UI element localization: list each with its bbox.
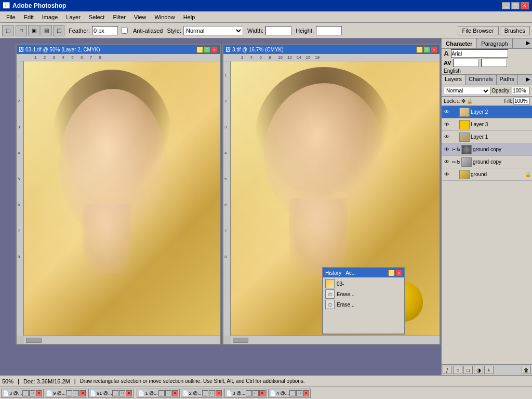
font-size-input[interactable] (453, 59, 479, 67)
options-rect3[interactable]: ▤ (41, 25, 52, 36)
height-input[interactable] (316, 26, 342, 35)
menu-view[interactable]: View (130, 13, 151, 21)
add-mask-btn[interactable]: ○ (453, 366, 462, 374)
layer3-eye[interactable]: 👁 (443, 121, 451, 129)
taskbar-item-3[interactable]: 📄 91 @... _ □ × (88, 389, 134, 398)
history-close[interactable]: × (395, 270, 402, 276)
taskbar-max-4[interactable]: □ (165, 390, 171, 396)
taskbar-max-3[interactable]: □ (119, 390, 125, 396)
doc1-titlebar[interactable]: 🖼 03-1.tif @ 50% (Layer 2, CMYK) _ □ × (17, 45, 220, 54)
font-family-input[interactable] (451, 49, 508, 58)
taskbar-close-6[interactable]: × (259, 390, 265, 396)
layer-item-layer3[interactable]: 👁 Layer 3 (442, 118, 532, 131)
taskbar-close-1[interactable]: × (36, 390, 42, 396)
tab-channels[interactable]: Channels (466, 75, 496, 85)
taskbar-max-7[interactable]: □ (296, 390, 302, 396)
menu-help[interactable]: Help (179, 13, 200, 21)
menu-edit[interactable]: Edit (20, 13, 38, 21)
bg-eye[interactable]: 👁 (443, 170, 451, 179)
layer1-eye[interactable]: 👁 (443, 133, 451, 141)
taskbar-item-5[interactable]: 📄 2 @... _ □ × (181, 389, 223, 398)
doc2-titlebar[interactable]: 🖼 3.tif @ 16.7% (CMYK) _ □ × (223, 45, 440, 54)
taskbar-min-3[interactable]: _ (112, 390, 118, 396)
taskbar-close-3[interactable]: × (126, 390, 132, 396)
history-minimize[interactable]: _ (388, 270, 395, 276)
menu-layer[interactable]: Layer (62, 13, 85, 21)
width-input[interactable] (265, 26, 291, 35)
tab-layers[interactable]: Layers (442, 75, 466, 85)
taskbar-max-2[interactable]: □ (73, 390, 79, 396)
taskbar-min-2[interactable]: _ (66, 390, 72, 396)
taskbar-item-7[interactable]: 📄 4 @... _ □ × (268, 389, 311, 398)
doc1-minimize[interactable]: _ (196, 46, 203, 53)
layer-item-layer2[interactable]: 👁 Layer 2 (442, 106, 532, 118)
taskbar-min-6[interactable]: _ (246, 390, 252, 396)
menu-select[interactable]: Select (85, 13, 109, 21)
menu-window[interactable]: Window (151, 13, 179, 21)
taskbar-item-2[interactable]: 📄 9 @... _ □ × (45, 389, 87, 398)
layer-item-bgcopy1[interactable]: 👁 ✂ fx ground copy (442, 143, 532, 156)
layer-item-layer1[interactable]: 👁 Layer 1 (442, 131, 532, 143)
add-layer-style-btn[interactable]: ƒ (443, 366, 452, 374)
taskbar-max-1[interactable]: □ (29, 390, 35, 396)
taskbar-max-6[interactable]: □ (252, 390, 259, 396)
doc2-minimize[interactable]: _ (416, 46, 423, 53)
file-browser-button[interactable]: File Browser (458, 26, 499, 35)
doc1-scrollbar-h[interactable] (24, 336, 220, 344)
layer-item-bg[interactable]: 👁 ground 🔒 (442, 168, 532, 181)
character-panel-menu[interactable]: ▶ (524, 38, 532, 48)
taskbar-item-6[interactable]: 📄 3 @... _ □ × (224, 389, 267, 398)
blend-mode-select[interactable]: Normal Multiply Screen (444, 87, 490, 95)
lock-pixels-icon[interactable]: □ (457, 98, 460, 104)
layer-item-bgcopy2[interactable]: 👁 ✂ fx ground copy (442, 156, 532, 168)
taskbar-close-2[interactable]: × (79, 390, 86, 396)
taskbar-min-1[interactable]: _ (22, 390, 29, 396)
history-ac-tab[interactable]: Ac... (345, 270, 356, 276)
delete-layer-btn[interactable]: 🗑 (522, 366, 531, 374)
options-rect4[interactable]: ◫ (53, 25, 64, 36)
leading-input[interactable] (481, 59, 507, 67)
options-rect1[interactable]: □ (16, 25, 27, 36)
tab-paragraph[interactable]: Paragraph (477, 38, 512, 48)
history-item-3[interactable]: ◻ Erase... (324, 299, 403, 310)
maximize-button[interactable]: □ (511, 2, 520, 9)
history-item-2[interactable]: ◻ Erase... (324, 289, 403, 299)
fill-input[interactable] (513, 98, 530, 105)
layers-panel-menu[interactable]: ▶ (524, 75, 532, 85)
new-group-btn[interactable]: □ (463, 366, 473, 374)
menu-image[interactable]: Image (38, 13, 62, 21)
taskbar-min-4[interactable]: _ (158, 390, 165, 396)
doc1-scroll-thumb[interactable] (26, 338, 42, 343)
doc2-scroll-thumb[interactable] (233, 338, 248, 343)
taskbar-close-5[interactable]: × (216, 390, 222, 396)
layer2-eye[interactable]: 👁 (443, 108, 451, 116)
anti-aliased-checkbox[interactable] (121, 27, 128, 34)
taskbar-min-5[interactable]: _ (202, 390, 208, 396)
menu-file[interactable]: File (2, 13, 20, 21)
feather-input[interactable] (92, 26, 118, 35)
new-layer-btn[interactable]: + (484, 366, 494, 374)
taskbar-max-5[interactable]: □ (209, 390, 215, 396)
minimize-button[interactable]: _ (502, 2, 510, 9)
tab-character[interactable]: Character (442, 38, 477, 48)
taskbar-min-7[interactable]: _ (289, 390, 296, 396)
new-adjustment-btn[interactable]: ◑ (474, 366, 483, 374)
lock-position-icon[interactable]: ✥ (461, 98, 466, 104)
lock-all-icon[interactable]: 🔒 (467, 98, 473, 104)
bgcopy2-eye[interactable]: 👁 (443, 158, 451, 166)
doc2-close[interactable]: × (431, 46, 437, 53)
options-rect2[interactable]: ▣ (28, 25, 39, 36)
doc2-maximize[interactable]: □ (423, 46, 430, 53)
taskbar-close-7[interactable]: × (303, 390, 309, 396)
taskbar-close-4[interactable]: × (172, 390, 178, 396)
bgcopy1-eye[interactable]: 👁 (443, 145, 451, 154)
taskbar-item-1[interactable]: 📄 3 @... _ □ × (1, 389, 44, 398)
history-item-1[interactable]: 03- (324, 278, 403, 289)
brushes-button[interactable]: Brushes (500, 26, 530, 35)
tab-paths[interactable]: Paths (497, 75, 518, 85)
close-button[interactable]: × (521, 2, 529, 9)
doc1-close[interactable]: × (211, 46, 218, 53)
doc1-canvas[interactable] (24, 61, 220, 336)
history-titlebar[interactable]: History Ac... _ × (323, 268, 404, 277)
doc1-maximize[interactable]: □ (204, 46, 210, 53)
